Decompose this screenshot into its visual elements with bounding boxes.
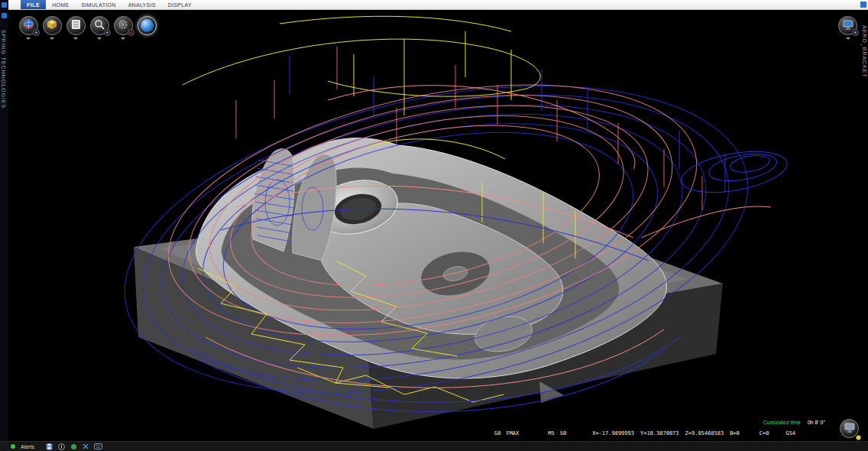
settings-gear-disabled-icon: [118, 19, 128, 33]
titlebar-corner-accent: [860, 2, 866, 8]
chevron-down-icon[interactable]: [50, 37, 54, 40]
keyboard-icon[interactable]: [94, 443, 102, 449]
view-sphere-icon: [141, 19, 154, 32]
magnifier-icon: [94, 19, 105, 33]
snapshot-button[interactable]: [840, 419, 859, 438]
chevron-down-icon[interactable]: [26, 37, 31, 40]
snapshot-wrap: [840, 419, 859, 438]
chevron-down-icon[interactable]: [846, 37, 850, 40]
status-spindle: S0: [560, 430, 566, 436]
cumulated-time-value: 0h 8' 0": [808, 420, 825, 425]
status-x: X=-17.9899993: [592, 430, 634, 436]
titlebar: FILE HOME SIMULATION ANALYSIS DISPLAY: [0, 0, 868, 10]
cumulated-time-label: Cumulated time: [763, 420, 801, 425]
chevron-down-icon[interactable]: [121, 37, 125, 40]
toolbar-button-view-sphere[interactable]: [138, 16, 157, 35]
status-c: C=0: [760, 430, 769, 436]
file-menu-button[interactable]: FILE: [21, 0, 46, 9]
status-y: Y=10.3870073: [640, 430, 679, 436]
chevron-down-icon[interactable]: [97, 37, 102, 40]
application-window: FILE HOME SIMULATION ANALYSIS DISPLAY SP…: [0, 0, 868, 451]
toolbar-button-stock[interactable]: [43, 16, 62, 35]
close-icon[interactable]: [83, 443, 89, 449]
project-name-vertical: AERO_BRACKET: [862, 25, 867, 78]
snapshot-icon: [844, 422, 855, 436]
status-b: B=0: [730, 430, 740, 436]
machine-badge-icon: [33, 29, 40, 36]
status-work-offset: G54: [785, 430, 795, 436]
tab-display[interactable]: DISPLAY: [162, 0, 198, 9]
save-icon[interactable]: [46, 443, 53, 450]
viewport: ✕ AERO_BRACKET G0 F: [8, 10, 868, 441]
toolbar-button-search[interactable]: [90, 16, 109, 35]
status-m-code: M5: [548, 430, 554, 436]
display-options-button[interactable]: [838, 16, 857, 35]
tab-analysis[interactable]: ANALYSIS: [122, 0, 162, 9]
app-corner-icon[interactable]: [2, 2, 7, 8]
alerts-status-dot: [11, 444, 15, 449]
toolbar-button-program[interactable]: [66, 16, 86, 35]
left-rail-title: SPRING TECHNOLOGIES: [1, 30, 6, 109]
nc-status-readout: G0 FMAX M5 S0 X=-17.9899993 Y=10.3870073…: [494, 430, 795, 436]
info-icon[interactable]: [58, 443, 65, 450]
toolbar-button-settings[interactable]: ✕: [114, 16, 133, 35]
main-toolbar: ✕: [18, 16, 157, 40]
stock-cube-icon: [47, 19, 57, 33]
program-list-icon: [71, 19, 81, 33]
status-gcode: G0: [494, 430, 500, 436]
alerts-bar: Alerts: [0, 441, 868, 451]
display-badge-icon: [852, 29, 859, 36]
status-feed: FMAX: [506, 430, 519, 436]
cumulated-time: Cumulated time 0h 8' 0": [763, 420, 825, 425]
tab-home[interactable]: HOME: [46, 0, 75, 9]
left-rail: SPRING TECHNOLOGIES: [0, 10, 8, 441]
tab-simulation[interactable]: SIMULATION: [75, 0, 121, 9]
search-badge-icon: [104, 29, 111, 36]
chevron-down-icon[interactable]: [73, 37, 78, 40]
viewport-3d-scene[interactable]: [8, 10, 868, 441]
status-dot-icon[interactable]: [70, 443, 77, 450]
bulb-icon[interactable]: [856, 435, 861, 440]
toolbar-button-machine[interactable]: [19, 16, 38, 35]
rail-folder-icon[interactable]: [2, 13, 7, 18]
alerts-label: Alerts: [21, 444, 34, 449]
disabled-cross-icon: ✕: [128, 29, 134, 36]
app-corner: [0, 0, 8, 10]
display-options-wrap: [838, 16, 857, 40]
status-z: Z=9.85468583: [685, 430, 724, 436]
